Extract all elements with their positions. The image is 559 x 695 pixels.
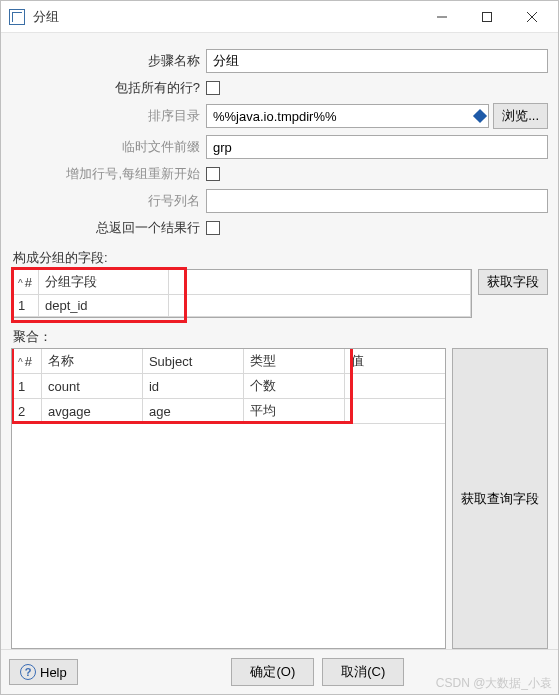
window-title: 分组 xyxy=(33,8,419,26)
agg-col-name[interactable]: 名称 xyxy=(42,349,143,374)
agg-col-num[interactable]: # xyxy=(12,349,42,374)
add-rownum-checkbox[interactable] xyxy=(206,167,220,181)
svg-rect-1 xyxy=(482,12,491,21)
group-col-blank xyxy=(168,270,470,295)
sort-dir-label: 排序目录 xyxy=(11,107,206,125)
agg-col-value[interactable]: 值 xyxy=(344,349,445,374)
include-all-label: 包括所有的行? xyxy=(11,79,206,97)
rownum-col-label: 行号列名 xyxy=(11,192,206,210)
cancel-button[interactable]: 取消(C) xyxy=(322,658,404,686)
group-fields-table[interactable]: # 分组字段 1 dept_id xyxy=(11,269,472,318)
table-row[interactable]: 1 count id 个数 xyxy=(12,374,445,399)
group-col-field[interactable]: 分组字段 xyxy=(38,270,168,295)
minimize-button[interactable] xyxy=(419,2,464,32)
form-area: 步骤名称 包括所有的行? 排序目录 浏览... 临 xyxy=(11,49,548,243)
tmp-prefix-input[interactable] xyxy=(206,135,548,159)
include-all-checkbox[interactable] xyxy=(206,81,220,95)
help-button[interactable]: ? Help xyxy=(9,659,78,685)
browse-button[interactable]: 浏览... xyxy=(493,103,548,129)
dialog-window: 分组 步骤名称 包括所有的行? xyxy=(0,0,559,695)
agg-col-type[interactable]: 类型 xyxy=(243,349,344,374)
help-label: Help xyxy=(40,665,67,680)
group-col-num[interactable]: # xyxy=(12,270,38,295)
app-icon xyxy=(9,9,25,25)
tmp-prefix-label: 临时文件前缀 xyxy=(11,138,206,156)
aggregate-table[interactable]: # 名称 Subject 类型 值 1 count id 个数 xyxy=(11,348,446,649)
maximize-button[interactable] xyxy=(464,2,509,32)
table-row[interactable]: 2 avgage age 平均 xyxy=(12,399,445,424)
dialog-content: 步骤名称 包括所有的行? 排序目录 浏览... 临 xyxy=(1,33,558,649)
step-name-label: 步骤名称 xyxy=(11,52,206,70)
always-one-row-checkbox[interactable] xyxy=(206,221,220,235)
step-name-input[interactable] xyxy=(206,49,548,73)
ok-button[interactable]: 确定(O) xyxy=(231,658,314,686)
window-controls xyxy=(419,2,554,32)
rownum-col-input[interactable] xyxy=(206,189,548,213)
aggregate-label: 聚合： xyxy=(13,328,548,346)
get-fields-button[interactable]: 获取字段 xyxy=(478,269,548,295)
agg-col-subject[interactable]: Subject xyxy=(142,349,243,374)
add-rownum-label: 增加行号,每组重新开始 xyxy=(11,165,206,183)
sort-dir-input[interactable] xyxy=(206,104,489,128)
button-bar: ? Help 确定(O) 取消(C) xyxy=(1,649,558,694)
group-fields-label: 构成分组的字段: xyxy=(13,249,548,267)
get-query-fields-button[interactable]: 获取查询字段 xyxy=(452,348,548,649)
always-one-row-label: 总返回一个结果行 xyxy=(11,219,206,237)
help-icon: ? xyxy=(20,664,36,680)
table-row[interactable]: 1 dept_id xyxy=(12,295,471,317)
title-bar: 分组 xyxy=(1,1,558,33)
close-button[interactable] xyxy=(509,2,554,32)
